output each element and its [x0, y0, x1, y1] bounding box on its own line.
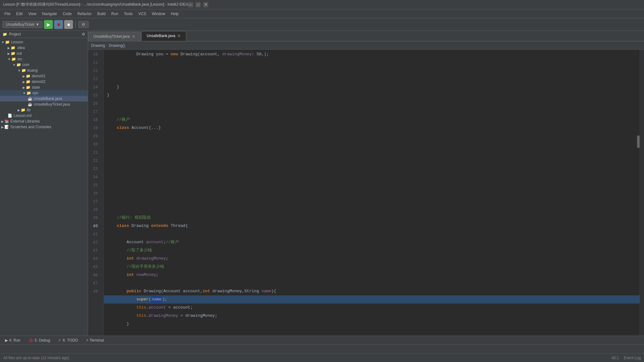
menu-file[interactable]: File — [2, 10, 13, 17]
bottom-tab-run[interactable]: ▶ 4: Run — [1, 337, 24, 344]
tab-label: UnsafeBuyTicket.java — [93, 34, 130, 39]
status-left: All files are up-to-date (12 minutes ago… — [3, 356, 607, 360]
line-13: 13 — [88, 75, 100, 83]
breadcrumb-item-drawing-constructor[interactable]: Drawing() — [109, 43, 125, 48]
debug-tab-icon: 🐞 — [29, 338, 33, 343]
code-line-35: int drawingMoney; — [104, 255, 640, 263]
tree-lib[interactable]: ▶ 📁 lib — [0, 107, 88, 113]
line-15: 15 — [88, 91, 100, 99]
menu-build[interactable]: Build — [95, 10, 108, 17]
tab-close-icon[interactable]: ✕ — [177, 33, 181, 38]
bottom-tab-todo[interactable]: ✓ 6: TODO — [54, 337, 81, 344]
scratches-icon: 📝 — [4, 125, 9, 129]
tab-unsafebuyticket[interactable]: UnsafeBuyTicket.java ✕ — [88, 32, 141, 41]
tree-state[interactable]: ▶ 📁 state — [0, 85, 88, 90]
debug-button[interactable]: 🐞 — [54, 20, 63, 29]
tree-idea[interactable]: ▶ 📁 .idea — [0, 45, 88, 51]
tree-out[interactable]: ▶ 📁 out — [0, 51, 88, 56]
line-12: 12 — [88, 67, 100, 75]
folder-icon: 📁 — [26, 85, 31, 90]
tree-unsafebank[interactable]: ☕ UnsafeBank.java — [0, 96, 88, 101]
bottom-tabs: ▶ 4: Run 🐞 5: Debug ✓ 6: TODO > Terminal — [0, 336, 644, 345]
line-numbers: 10 11 12 13 14 15 16 17 18 19 29 — [88, 50, 104, 336]
tree-external-libs[interactable]: ▶ 📚 External Libraries — [0, 118, 88, 124]
run-button[interactable]: ▶ — [44, 20, 53, 29]
debug-tab-num: 5: — [35, 338, 38, 343]
minimize-button[interactable]: ─ — [188, 2, 193, 7]
tree-syn[interactable]: ▼ 📁 syn — [0, 90, 88, 96]
tree-scratches[interactable]: ▶ 📝 Scratches and Consoles — [0, 124, 88, 130]
run-tab-num: 4: — [9, 338, 12, 343]
tree-lesson[interactable]: ▼ 📁 Lesson — [0, 39, 88, 45]
editor-tabs: UnsafeBuyTicket.java ✕ UnsafeBank.java ✕ — [88, 31, 644, 41]
line-40: 40 — [88, 222, 100, 230]
code-line-25 — [104, 173, 640, 181]
menu-view[interactable]: View — [26, 10, 39, 17]
stop-button[interactable]: ■ — [64, 20, 73, 29]
toolbar-run-config[interactable]: UnsafeBuyTicket ▼ — [3, 21, 43, 28]
tree-kuang[interactable]: ▼ 📁 kuang — [0, 68, 88, 73]
expand-arrow: ▼ — [1, 41, 4, 44]
toolbar-settings[interactable]: ⚙ — [78, 21, 89, 28]
debug-tab-label: Debug — [39, 338, 50, 343]
project-label: Project — [9, 32, 21, 36]
maximize-button[interactable]: □ — [196, 2, 201, 7]
window-controls[interactable]: ─ □ ✕ — [188, 2, 208, 7]
tree-label: com — [22, 63, 30, 67]
project-icon: 📁 — [3, 32, 7, 36]
code-line-38 — [104, 279, 640, 287]
menu-run[interactable]: Run — [109, 10, 121, 17]
code-line-37: int nowMoney; — [104, 271, 640, 279]
menu-refactor[interactable]: Refactor — [75, 10, 94, 17]
cursor-position[interactable]: 40:1 — [612, 356, 619, 360]
menu-code[interactable]: Code — [60, 10, 74, 17]
expand-arrow: ▼ — [8, 58, 11, 61]
code-line-20 — [104, 132, 640, 140]
tree-lesson-iml[interactable]: 📄 Lesson.iml — [0, 113, 88, 118]
event-log[interactable]: Event Log — [624, 356, 641, 360]
tree-label: out — [17, 51, 22, 56]
line-46: 46 — [88, 271, 100, 279]
tree-label: Scratches and Consoles — [10, 125, 51, 129]
line-16: 16 — [88, 99, 100, 107]
code-line-13 — [104, 75, 640, 83]
menu-help[interactable]: Help — [168, 10, 181, 17]
code-content[interactable]: Drawing you = new Drawing(account, drawi… — [104, 50, 640, 336]
folder-icon: 📁 — [26, 80, 31, 84]
menu-navigate[interactable]: Navigate — [40, 10, 59, 17]
line-10: 10 — [88, 50, 100, 58]
code-line-36: //现在手里有多少钱 — [104, 263, 640, 271]
line-34: 34 — [88, 173, 100, 181]
editor-area: UnsafeBuyTicket.java ✕ UnsafeBank.java ✕… — [88, 31, 644, 336]
menu-tools[interactable]: Tools — [121, 10, 135, 17]
tree-com[interactable]: ▼ 📁 com — [0, 62, 88, 68]
project-options-icon[interactable]: ⚙ — [82, 32, 85, 36]
menu-window[interactable]: Window — [149, 10, 168, 17]
line-33: 33 — [88, 165, 100, 173]
line-14: 14 — [88, 83, 100, 91]
code-line-30: //银行: 模拟取款 — [104, 214, 640, 222]
tree-src[interactable]: ▼ 📁 src — [0, 56, 88, 62]
breadcrumb-item-drawing[interactable]: Drawing — [91, 43, 105, 48]
menu-edit[interactable]: Edit — [14, 10, 25, 17]
folder-icon: 📁 — [11, 51, 15, 56]
expand-arrow: ▶ — [23, 86, 25, 89]
right-gutter[interactable] — [640, 50, 644, 336]
tree-unsafebuyticket[interactable]: ☕ UnsafeBuyTicket.java — [0, 101, 88, 107]
project-header: 📁 Project ⚙ — [0, 31, 88, 38]
status-message: All files are up-to-date (12 minutes ago… — [3, 356, 69, 360]
tab-close-icon[interactable]: ✕ — [132, 34, 136, 39]
tree-demo01[interactable]: ▶ 📁 demo01 — [0, 73, 88, 79]
toolbar: UnsafeBuyTicket ▼ ▶ 🐞 ■ ⚙ — [0, 18, 644, 31]
line-47: 47 — [88, 279, 100, 287]
tab-unsafebank[interactable]: UnsafeBank.java ✕ — [142, 31, 186, 41]
close-button[interactable]: ✕ — [203, 2, 208, 7]
menu-vcs[interactable]: VCS — [136, 10, 149, 17]
bottom-tab-terminal[interactable]: > Terminal — [82, 337, 108, 344]
tree-demo02[interactable]: ▶ 📁 demo02 — [0, 79, 88, 85]
bottom-tab-debug[interactable]: 🐞 5: Debug — [25, 337, 54, 344]
line-39: 39 — [88, 214, 100, 222]
scroll-indicator[interactable] — [637, 135, 640, 148]
tab-label: UnsafeBank.java — [147, 34, 175, 38]
code-line-31: class Drawing extends Thread{ — [104, 222, 640, 230]
